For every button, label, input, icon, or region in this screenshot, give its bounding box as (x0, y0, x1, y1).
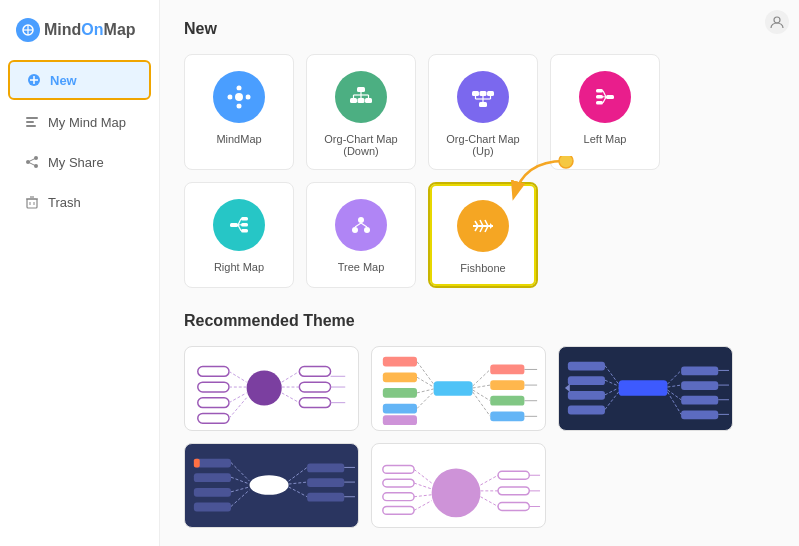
svg-line-105 (417, 377, 434, 387)
svg-line-169 (480, 475, 498, 485)
svg-point-19 (774, 17, 780, 23)
theme-card-1[interactable] (184, 346, 359, 431)
fishbone-label: Fishbone (460, 262, 505, 274)
map-card-tree-map[interactable]: Tree Map (306, 182, 416, 288)
map-card-org-chart-up[interactable]: Org-Chart Map (Up) (428, 54, 538, 170)
org-chart-down-icon (335, 71, 387, 123)
sidebar-item-my-share[interactable]: My Share (8, 144, 151, 180)
svg-rect-38 (479, 102, 487, 107)
svg-marker-133 (565, 384, 570, 392)
theme-diagram-3 (559, 347, 732, 430)
svg-rect-80 (198, 413, 229, 423)
svg-line-12 (28, 158, 36, 162)
svg-line-104 (417, 362, 434, 384)
svg-line-51 (603, 91, 606, 97)
svg-rect-32 (365, 98, 372, 103)
trash-icon (24, 194, 40, 210)
svg-line-130 (667, 385, 681, 387)
svg-rect-40 (480, 91, 487, 96)
svg-line-64 (355, 223, 361, 227)
theme-card-2[interactable] (371, 346, 546, 431)
svg-rect-94 (434, 381, 473, 396)
svg-point-62 (352, 227, 358, 233)
svg-line-84 (229, 371, 247, 382)
svg-rect-116 (619, 380, 668, 396)
svg-rect-50 (596, 101, 603, 105)
svg-line-106 (417, 389, 434, 393)
left-map-icon (579, 71, 631, 123)
svg-rect-81 (299, 367, 330, 377)
svg-rect-146 (194, 459, 200, 468)
svg-line-132 (667, 392, 681, 414)
svg-line-58 (238, 219, 241, 225)
theme-diagram-1 (185, 347, 358, 430)
svg-line-13 (28, 162, 36, 166)
map-card-org-chart-down[interactable]: Org-Chart Map (Down) (306, 54, 416, 170)
right-map-icon (213, 199, 265, 251)
map-grid: MindMap Org-Chart Map (Down) (184, 54, 775, 288)
sidebar: MindOnMap New My Mind Map (0, 0, 160, 546)
theme-card-5[interactable] (371, 443, 546, 528)
sidebar-item-my-mind-map[interactable]: My Mind Map (8, 104, 151, 140)
svg-point-61 (358, 217, 364, 223)
tree-map-icon (335, 199, 387, 251)
svg-line-87 (229, 398, 247, 419)
svg-rect-118 (568, 376, 605, 385)
svg-line-109 (473, 385, 491, 388)
sidebar-item-new[interactable]: New (8, 60, 151, 100)
svg-rect-124 (681, 410, 718, 419)
svg-line-110 (473, 390, 491, 401)
map-card-mindmap[interactable]: MindMap (184, 54, 294, 170)
map-card-right-map[interactable]: Right Map (184, 182, 294, 288)
svg-rect-29 (357, 87, 365, 92)
tree-map-label: Tree Map (338, 261, 385, 273)
svg-rect-98 (383, 404, 417, 414)
user-icon[interactable] (765, 10, 789, 34)
map-card-left-map[interactable]: Left Map (550, 54, 660, 170)
sidebar-item-trash-label: Trash (48, 195, 81, 210)
svg-point-20 (235, 93, 243, 101)
map-card-fishbone[interactable]: Fishbone (428, 182, 538, 288)
svg-point-22 (237, 104, 242, 109)
svg-rect-56 (241, 223, 248, 227)
sidebar-item-my-share-label: My Share (48, 155, 104, 170)
svg-line-88 (282, 371, 300, 382)
svg-line-107 (417, 392, 434, 409)
svg-line-127 (605, 388, 619, 395)
svg-rect-78 (198, 382, 229, 392)
svg-line-165 (414, 469, 432, 483)
svg-rect-102 (490, 396, 524, 406)
svg-line-108 (473, 369, 491, 386)
svg-rect-121 (681, 367, 718, 376)
svg-rect-159 (383, 479, 414, 487)
theme-card-4[interactable] (184, 443, 359, 528)
svg-rect-6 (26, 117, 38, 119)
svg-rect-31 (358, 98, 365, 103)
svg-line-149 (231, 487, 250, 492)
svg-rect-120 (568, 406, 605, 415)
sidebar-item-trash[interactable]: Trash (8, 184, 151, 220)
svg-line-152 (289, 482, 308, 484)
sidebar-item-new-label: New (50, 73, 77, 88)
theme-diagram-5 (372, 444, 545, 527)
svg-rect-123 (681, 396, 718, 405)
svg-point-24 (246, 95, 251, 100)
theme-card-3[interactable] (558, 346, 733, 431)
theme-diagram-2 (372, 347, 545, 430)
svg-rect-95 (383, 357, 417, 367)
svg-rect-41 (487, 91, 494, 96)
svg-rect-99 (383, 415, 417, 425)
svg-rect-8 (26, 125, 36, 127)
logo: MindOnMap (0, 10, 159, 58)
svg-line-90 (282, 393, 300, 403)
mindmap-label: MindMap (216, 133, 261, 145)
svg-rect-55 (241, 217, 248, 221)
svg-rect-119 (568, 391, 605, 400)
svg-rect-48 (596, 89, 603, 93)
svg-line-151 (289, 467, 308, 481)
svg-rect-161 (383, 506, 414, 514)
svg-point-21 (237, 86, 242, 91)
svg-rect-82 (299, 382, 330, 392)
svg-rect-164 (498, 503, 529, 511)
svg-rect-77 (198, 367, 229, 377)
